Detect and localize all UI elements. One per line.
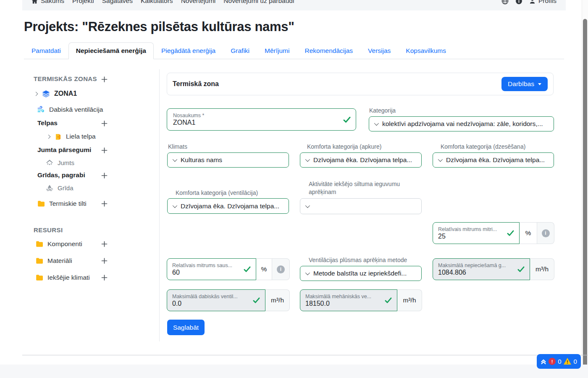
scroll-top-icon[interactable] bbox=[541, 359, 546, 365]
nav-item-home[interactable]: Sākums bbox=[32, 0, 64, 5]
actions-dropdown-button[interactable]: Darbības bbox=[501, 77, 548, 91]
scrollbar-thumb[interactable] bbox=[583, 19, 587, 378]
tab-bar: Pamatdati Nepieciešamā enerģija Piegādāt… bbox=[24, 42, 564, 59]
folder-icon bbox=[37, 200, 45, 208]
sidebar-item-zona1[interactable]: ZONA1 bbox=[34, 88, 77, 100]
ventilacijas-metode-select[interactable]: Metode balstīta uz iepriekšdefi... bbox=[300, 266, 422, 281]
tab-merijumi[interactable]: Mērījumi bbox=[257, 42, 297, 59]
komforta-ventilacija-select[interactable]: Dzīvojama ēka. Dzīvojama telpa... bbox=[167, 198, 289, 214]
floor-icon bbox=[45, 184, 54, 192]
sidebar-item-ieksejie-klimati[interactable]: Iekšējie klimati bbox=[35, 272, 90, 283]
add-klimats-button[interactable] bbox=[101, 275, 108, 281]
klimats-select[interactable]: Kulturas nams bbox=[167, 152, 289, 168]
sidebar-section-resursi: RESURSI bbox=[34, 226, 63, 234]
info-icon[interactable]: i bbox=[542, 229, 550, 237]
save-button[interactable]: Saglabāt bbox=[167, 320, 205, 335]
maks-nepieciesama-field: Maksimālā nepieciešamā g... 1084.806 bbox=[433, 258, 530, 280]
chevron-down-icon bbox=[173, 203, 177, 207]
caret-down-icon bbox=[538, 83, 541, 85]
add-materials-button[interactable] bbox=[101, 258, 108, 264]
tab-kopsavilkums[interactable]: Kopsavilkums bbox=[398, 42, 454, 59]
tab-piegadata-energija[interactable]: Piegādātā enerģija bbox=[154, 42, 223, 59]
unit-addon: m³/h bbox=[530, 258, 554, 280]
section-label: Telpas bbox=[37, 119, 58, 127]
add-grida-button[interactable] bbox=[101, 173, 108, 179]
sidebar-item-materiali[interactable]: Materiāli bbox=[35, 255, 72, 266]
valid-check-icon bbox=[517, 266, 525, 273]
chevron-down-icon bbox=[305, 270, 310, 275]
unit-addon: m³/h bbox=[265, 289, 290, 311]
komforta-dzesesana-label: Komforta kategorija (dzesēšana) bbox=[441, 143, 525, 150]
nav-item-profile[interactable]: Profils bbox=[529, 0, 556, 5]
wind-icon bbox=[37, 105, 45, 114]
validation-status-badge[interactable]: ! 0 ! 0 bbox=[537, 354, 581, 369]
chevron-down-icon bbox=[305, 157, 310, 162]
unit-addon: % bbox=[256, 258, 272, 280]
aktivitate-select[interactable] bbox=[300, 198, 422, 214]
komforta-apkure-value: Dzīvojama ēka. Dzīvojama telpa... bbox=[313, 156, 412, 164]
field-value: 0.0 bbox=[172, 300, 251, 307]
tree-item-label: Termiskie tilti bbox=[49, 200, 87, 207]
info-addon[interactable]: i bbox=[537, 222, 554, 244]
vertical-scrollbar[interactable] bbox=[582, 0, 588, 378]
chevron-right-icon[interactable] bbox=[47, 134, 51, 139]
actions-label: Darbības bbox=[508, 80, 534, 88]
profile-label: Profils bbox=[538, 0, 556, 5]
tab-rekomendacijas[interactable]: Rekomendācijas bbox=[297, 42, 360, 59]
info-addon[interactable]: i bbox=[272, 258, 290, 280]
section-label: Jumta pārsegumi bbox=[37, 146, 91, 154]
tree-item-label: Liela telpa bbox=[66, 133, 96, 140]
sidebar-item-jumts[interactable]: Jumts bbox=[45, 158, 74, 168]
field-label: Maksimālā dabiskās ventil... bbox=[172, 294, 251, 299]
mitrums-saus-field[interactable]: Relatīvais mitrums saus... 60 bbox=[167, 258, 256, 280]
komforta-dzesesana-select[interactable]: Dzīvojama ēka. Dzīvojama telpa... bbox=[433, 152, 554, 168]
add-jumts-button[interactable] bbox=[101, 147, 108, 154]
footer-strip bbox=[0, 365, 588, 378]
klimats-value: Kulturas nams bbox=[181, 156, 222, 164]
ventilacijas-metode-value: Metode balstīta uz iepriekšdefi... bbox=[313, 270, 407, 277]
komforta-dzesesana-value: Dzīvojama ēka. Dzīvojama telpa... bbox=[446, 156, 545, 164]
sidebar-item-liela-telpa[interactable]: Liela telpa bbox=[47, 131, 96, 142]
tree-item-label: Materiāli bbox=[47, 257, 72, 265]
sidebar-item-termiskie-tilti[interactable]: Termiskie tilti bbox=[37, 198, 87, 209]
add-telpa-button[interactable] bbox=[101, 121, 108, 127]
add-termiska-zona-button[interactable] bbox=[101, 76, 108, 83]
globe-icon[interactable] bbox=[501, 0, 509, 5]
tab-versijas[interactable]: Versijas bbox=[360, 42, 398, 59]
nav-item-projekti[interactable]: Projekti bbox=[72, 0, 94, 5]
kategorija-select[interactable]: kolektīvi apdzīvojama vai nedzīvojama: z… bbox=[369, 116, 554, 131]
kategorija-value: kolektīvi apdzīvojama vai nedzīvojama: z… bbox=[382, 120, 543, 128]
mitrums-mitri-field[interactable]: Relatīvais mitrums mitri... 25 bbox=[433, 222, 520, 244]
field-label: Relatīvais mitrums mitri... bbox=[438, 226, 505, 232]
folder-icon bbox=[35, 257, 44, 265]
add-komponents-button[interactable] bbox=[101, 241, 108, 247]
sidebar-item-dabiska-ventilacija[interactable]: Dabiskā ventilācija bbox=[37, 105, 103, 115]
nosaukums-field[interactable]: Nosaukums * ZONA1 bbox=[167, 108, 356, 131]
chevron-right-icon[interactable] bbox=[34, 92, 38, 96]
info-icon[interactable] bbox=[515, 0, 522, 5]
nav-item-kalkulators[interactable]: Kalkulators bbox=[141, 0, 173, 5]
info-icon[interactable]: i bbox=[277, 265, 285, 273]
sidebar-item-grida[interactable]: Grīda bbox=[45, 183, 74, 193]
maks-mehaniska-group: Maksimālā mehāniskās ve... 18150.0 m³/h bbox=[300, 289, 422, 311]
komforta-ventilacija-value: Dzīvojama ēka. Dzīvojama telpa... bbox=[181, 202, 279, 210]
ventilacijas-metode-label: Ventilācijas plūsmas aprēķina metode bbox=[309, 257, 407, 263]
section-label: TERMISKĀS ZONAS bbox=[34, 75, 97, 82]
add-termiskais-tilts-button[interactable] bbox=[101, 201, 108, 207]
komforta-apkure-select[interactable]: Dzīvojama ēka. Dzīvojama telpa... bbox=[300, 152, 422, 168]
sidebar-item-komponenti[interactable]: Komponenti bbox=[35, 239, 82, 249]
tab-grafiki[interactable]: Grafiki bbox=[223, 42, 257, 59]
warning-icon: ! bbox=[564, 358, 572, 365]
folder-icon bbox=[35, 240, 44, 248]
nav-item-novertejumi[interactable]: Novērtējumi bbox=[181, 0, 216, 5]
nav-item-sagataves[interactable]: Sagataves bbox=[102, 0, 133, 5]
nav-item-novertejumi-parbaude[interactable]: Novērtējumi uz pārbaudi bbox=[223, 0, 294, 5]
layers-icon bbox=[42, 89, 50, 98]
section-label: RESURSI bbox=[34, 226, 63, 234]
tab-nepieciesama-energija[interactable]: Nepieciešamā enerģija bbox=[68, 42, 154, 59]
zone-label: ZONA1 bbox=[54, 90, 77, 97]
panel-title: Termiskā zona bbox=[173, 80, 219, 88]
home-icon bbox=[32, 0, 38, 4]
tab-pamatdati[interactable]: Pamatdati bbox=[24, 42, 68, 59]
sidebar-section-jumta-parsegumi: Jumta pārsegumi bbox=[37, 146, 91, 154]
